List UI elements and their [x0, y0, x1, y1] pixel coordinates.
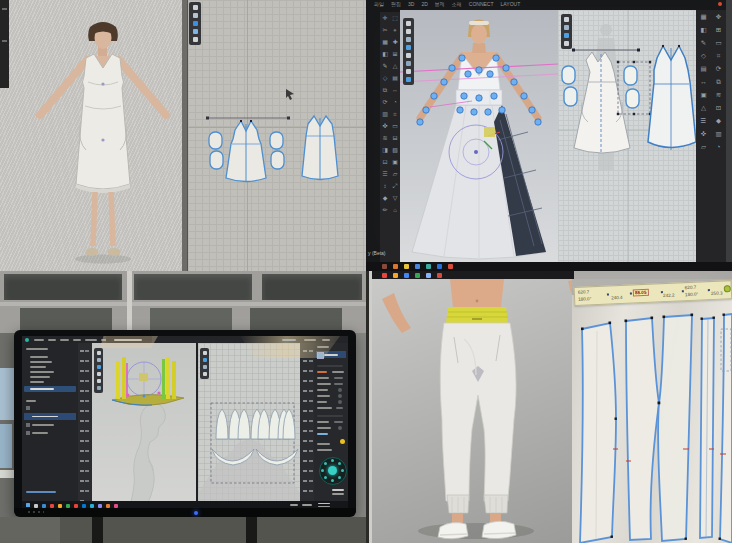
menu-item[interactable]: 봉제: [435, 0, 445, 9]
tool-icon[interactable]: ✎: [380, 60, 390, 72]
taskbar-app-icon[interactable]: [426, 264, 431, 269]
pattern-group-back[interactable]: [292, 108, 348, 192]
right-toolbar[interactable]: [300, 343, 314, 501]
taskbar-app-icon[interactable]: [404, 264, 409, 269]
pattern-pocket[interactable]: [270, 132, 283, 149]
tool-icon[interactable]: ⟳: [380, 96, 390, 108]
2d-pattern-viewport[interactable]: [198, 343, 300, 506]
tool-icon[interactable]: ⤢: [390, 180, 400, 192]
viewport-mini-toolbar[interactable]: [403, 18, 414, 85]
tool-icon[interactable]: ⌗: [390, 108, 400, 120]
toggle[interactable]: [338, 394, 342, 398]
tool-icon[interactable]: [564, 17, 569, 22]
tool-icon[interactable]: ✏: [380, 204, 390, 216]
tool-icon[interactable]: ≋: [711, 88, 726, 101]
avatar-3d-gown[interactable]: [400, 10, 558, 262]
taskbar-app-icon[interactable]: [437, 264, 442, 269]
taskbar-app-icon[interactable]: [98, 504, 102, 508]
tool-icon[interactable]: ▥: [380, 108, 390, 120]
tool-icon[interactable]: ▥: [711, 127, 726, 140]
taskbar-app-icon[interactable]: [34, 504, 38, 508]
pattern-pocket[interactable]: [271, 151, 284, 169]
tool-icon[interactable]: ⬚: [390, 12, 400, 24]
tool-icon[interactable]: [406, 61, 411, 66]
avatar-rotation-gizmo[interactable]: [319, 457, 347, 485]
right-toolbar[interactable]: ▦✥◧⊞✎▭◇⌗▤⟳↔⧉▣≋△⊡☰◆✜▥▱◔: [696, 10, 726, 262]
tool-icon[interactable]: [406, 45, 411, 50]
tool-icon[interactable]: ▦: [696, 10, 711, 23]
tool-icon[interactable]: ◆: [380, 192, 390, 204]
tool-icon[interactable]: [564, 25, 569, 30]
start-button[interactable]: [26, 503, 30, 507]
tool-icon[interactable]: [406, 37, 411, 42]
3d-viewport[interactable]: [92, 343, 196, 506]
tool-icon[interactable]: △: [390, 60, 400, 72]
tool-icon[interactable]: ▭: [390, 120, 400, 132]
app-logo-icon[interactable]: [25, 338, 29, 342]
tool-icon[interactable]: ◇: [696, 49, 711, 62]
tool-icon[interactable]: ⌂: [390, 204, 400, 216]
pattern-pieces[interactable]: [558, 10, 696, 262]
tool-icon[interactable]: ✛: [380, 12, 390, 24]
pattern-pocket[interactable]: [210, 151, 223, 169]
tool-icon[interactable]: ◔: [711, 140, 726, 153]
tool-icon[interactable]: ▤: [390, 72, 400, 84]
menu-bar[interactable]: 파일편집3D2D봉제소재CONNECTLAYOUT: [374, 0, 520, 9]
tool-icon[interactable]: ⊟: [390, 132, 400, 144]
tool-icon[interactable]: ↔: [390, 84, 400, 96]
tool-icon[interactable]: ⌖: [390, 24, 400, 36]
menu-item[interactable]: 소재: [452, 0, 462, 9]
tool-icon[interactable]: [406, 69, 411, 74]
taskbar-app-icon[interactable]: [114, 504, 118, 508]
crown-points[interactable]: [216, 409, 295, 439]
taskbar-app-icon[interactable]: [90, 504, 94, 508]
taskbar-strip[interactable]: [372, 271, 574, 279]
left-toolbar[interactable]: ✛⬚✂⌖▦✚◧⊞✎△◇▤⧉↔⟳◔▥⌗✜▭≋⊟◨▧⊡▣☰▱↕⤢◆▽✏⌂: [380, 12, 400, 262]
tool-icon[interactable]: [193, 37, 198, 42]
2d-pattern-viewport[interactable]: [558, 10, 696, 262]
tool-icon[interactable]: ✥: [711, 10, 726, 23]
taskbar-app-icon[interactable]: [66, 504, 70, 508]
taskbar-app-icon[interactable]: [415, 264, 420, 269]
tool-icon[interactable]: ▭: [711, 36, 726, 49]
toggle[interactable]: [338, 388, 342, 392]
pattern-pocket[interactable]: [562, 66, 575, 84]
tool-icon[interactable]: ◨: [380, 144, 390, 156]
3d-viewport[interactable]: [400, 10, 558, 262]
tool-icon[interactable]: [564, 33, 569, 38]
tool-icon[interactable]: ✂: [380, 24, 390, 36]
avatar-3d-joggers[interactable]: [372, 279, 578, 543]
tool-icon[interactable]: [406, 77, 411, 82]
tool-icon[interactable]: ✎: [696, 36, 711, 49]
tool-icon[interactable]: [564, 41, 569, 46]
taskbar-app-icon[interactable]: [42, 504, 46, 508]
menu-item[interactable]: 3D: [408, 0, 414, 9]
tool-icon[interactable]: ⧉: [380, 84, 390, 96]
taskbar-app-icon[interactable]: [82, 504, 86, 508]
tool-icon[interactable]: ✜: [380, 120, 390, 132]
tool-icon[interactable]: [193, 29, 198, 34]
pattern-group-front[interactable]: [204, 108, 292, 192]
pattern-pocket[interactable]: [209, 132, 222, 149]
taskbar-app-icon[interactable]: [58, 504, 62, 508]
pattern-front-right[interactable]: [658, 315, 692, 541]
taskbar-app-icon[interactable]: [393, 264, 398, 269]
menu-item[interactable]: 2D: [421, 0, 427, 9]
taskbar-app-icon[interactable]: [50, 504, 54, 508]
pattern-pocket[interactable]: [564, 87, 577, 106]
tool-icon[interactable]: △: [696, 101, 711, 114]
taskbar-app-icon[interactable]: [382, 264, 387, 269]
taskbar-app-icon[interactable]: [382, 273, 387, 278]
tool-icon[interactable]: ▱: [390, 168, 400, 180]
pattern-pocket[interactable]: [626, 89, 639, 108]
taskbar-app-icon[interactable]: [426, 273, 431, 278]
viewport-mini-toolbar[interactable]: [94, 348, 103, 393]
menu-item[interactable]: 편집: [391, 0, 401, 9]
taskbar[interactable]: [366, 262, 732, 271]
tool-icon[interactable]: ⊞: [711, 23, 726, 36]
tool-icon[interactable]: ◆: [711, 114, 726, 127]
hat-pattern-pieces[interactable]: [198, 343, 300, 506]
gizmo-center[interactable]: [328, 466, 337, 475]
taskbar-app-icon[interactable]: [74, 504, 78, 508]
avatar-3d-dress[interactable]: [28, 18, 178, 266]
